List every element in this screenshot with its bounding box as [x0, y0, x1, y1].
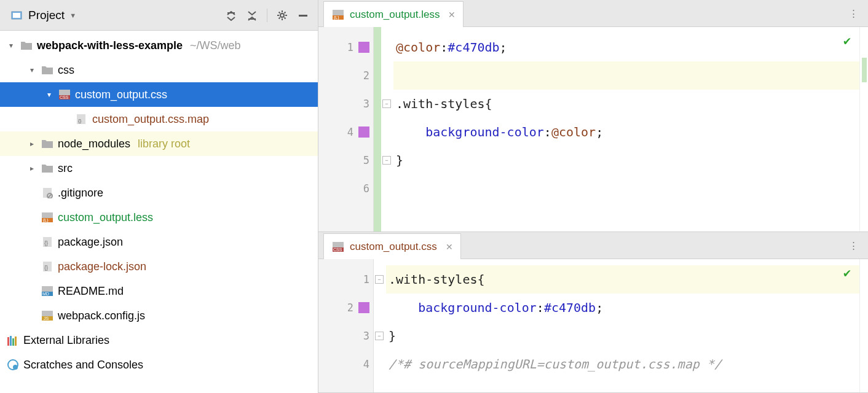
- fold-close-icon[interactable]: −: [382, 156, 391, 165]
- gutter-row: 2: [318, 294, 373, 322]
- tree-item-package_json[interactable]: {}package.json: [0, 230, 318, 254]
- collapse-all-button[interactable]: [243, 7, 261, 24]
- gutter-row: 4: [318, 118, 373, 146]
- more-icon[interactable]: ⋮: [839, 8, 868, 19]
- gear-icon[interactable]: [274, 7, 291, 24]
- svg-rect-1: [13, 13, 20, 18]
- gutter: 123456: [318, 27, 374, 232]
- token-sel: .with-styles: [389, 272, 478, 287]
- svg-point-30: [13, 365, 18, 370]
- gutter: 1234: [318, 259, 374, 392]
- code-line[interactable]: }: [386, 322, 859, 350]
- code-line[interactable]: .with-styles {: [386, 265, 859, 294]
- code-line[interactable]: @color: #c470db;: [393, 33, 859, 61]
- editor-area: {L} custom_output.less ✕ ⋮ 123456 −− @co…: [318, 0, 868, 393]
- fold-close-icon[interactable]: −: [375, 332, 384, 340]
- gutter-row: 3: [318, 322, 373, 350]
- scratches-consoles[interactable]: Scratches and Consoles: [0, 352, 318, 377]
- tree-item-webpack_config[interactable]: JSwebpack.config.js: [0, 303, 318, 328]
- hide-button[interactable]: [294, 7, 312, 24]
- code-line[interactable]: }: [393, 146, 859, 174]
- svg-text:{L}: {L}: [43, 218, 49, 223]
- gitignore-icon: [41, 186, 54, 200]
- token-prop: background-color: [425, 125, 544, 139]
- code-line[interactable]: [393, 174, 859, 203]
- tree-item-label: webpack.config.js: [58, 309, 145, 322]
- svg-text:{}: {}: [44, 265, 48, 271]
- tree-item-package_lock[interactable]: {}package-lock.json: [0, 254, 318, 279]
- code-line[interactable]: .with-styles {: [393, 90, 859, 118]
- chevron-down-icon: ▾: [6, 41, 16, 50]
- tree-item-label: custom_output.css: [75, 88, 167, 101]
- token-sp: [396, 125, 425, 139]
- color-swatch-icon[interactable]: [358, 42, 369, 53]
- json-icon: {}: [41, 235, 54, 249]
- tree-root[interactable]: ▾ webpack-with-less-example ~/WS/web: [0, 33, 318, 58]
- tab-label: custom_output.css: [350, 241, 437, 253]
- color-swatch-icon[interactable]: [358, 126, 369, 138]
- chevron-down-icon: ▾: [44, 90, 54, 99]
- svg-rect-27: [12, 338, 14, 346]
- tree-item-label: node_modules: [58, 138, 130, 150]
- more-icon[interactable]: ⋮: [839, 240, 868, 251]
- project-tree[interactable]: ▾ webpack-with-less-example ~/WS/web ▾cs…: [0, 31, 318, 393]
- svg-rect-28: [15, 337, 17, 346]
- line-number: 4: [347, 126, 353, 138]
- code-line[interactable]: /*# sourceMappingURL=custom_output.css.m…: [386, 350, 859, 378]
- code-area-top[interactable]: 123456 −− @color: #c470db;.with-styles {…: [318, 27, 868, 232]
- tree-item-readme[interactable]: MDREADME.md: [0, 279, 318, 303]
- color-swatch-icon[interactable]: [358, 302, 369, 313]
- tree-item-label: .gitignore: [58, 187, 103, 200]
- folder-icon: [41, 137, 54, 150]
- code-line[interactable]: background-color: @color;: [393, 118, 859, 146]
- token-prop: background-color: [418, 300, 537, 315]
- code-lines[interactable]: @color: #c470db;.with-styles { backgroun…: [393, 27, 859, 232]
- expand-all-button[interactable]: [223, 7, 240, 24]
- fold-column: −−: [381, 27, 393, 232]
- tree-item-node_modules[interactable]: ▸node_moduleslibrary root: [0, 131, 318, 156]
- close-icon[interactable]: ✕: [448, 10, 456, 20]
- tree-item-label: package.json: [58, 236, 123, 249]
- tab-custom-output-css[interactable]: CSS custom_output.css ✕: [323, 233, 461, 259]
- map-icon: {}: [75, 112, 89, 126]
- sidebar-header: Project ▼: [0, 0, 318, 31]
- css-icon: CSS: [58, 88, 71, 101]
- tree-item-label: custom_output.css.map: [92, 113, 209, 126]
- tree-item-custom_output_css[interactable]: ▾CSScustom_output.css: [0, 82, 318, 107]
- token-punc: {: [485, 96, 492, 111]
- gutter-row: 3: [318, 90, 373, 118]
- folder-icon: [41, 63, 54, 77]
- tree-item-src[interactable]: ▸src: [0, 156, 318, 181]
- svg-text:CSS: CSS: [60, 95, 69, 99]
- tree-item-gitignore[interactable]: .gitignore: [0, 181, 318, 205]
- external-libraries[interactable]: External Libraries: [0, 328, 318, 352]
- code-lines[interactable]: .with-styles { background-color: #c470db…: [386, 259, 859, 392]
- divider: [267, 9, 267, 22]
- tab-bar-top: {L} custom_output.less ✕ ⋮: [318, 0, 868, 27]
- project-sidebar: Project ▼ ▾ webpack-with-less-example ~/…: [0, 0, 318, 393]
- json-icon: {}: [41, 260, 54, 273]
- scratches-label: Scratches and Consoles: [23, 359, 143, 372]
- root-path: ~/WS/web: [190, 39, 241, 52]
- line-number: 3: [363, 330, 369, 342]
- token-punc: }: [396, 153, 403, 168]
- tree-item-custom_output_less[interactable]: {L}custom_output.less: [0, 205, 318, 230]
- token-var: @color: [551, 125, 596, 139]
- svg-text:MD: MD: [42, 292, 49, 296]
- project-tool-button[interactable]: Project ▼: [6, 7, 80, 23]
- tree-item-custom_output_css_map[interactable]: {}custom_output.css.map: [0, 107, 318, 131]
- chevron-right-icon: ▸: [27, 164, 37, 173]
- gutter-row: 1: [318, 33, 373, 61]
- code-area-bottom[interactable]: 1234 −− .with-styles { background-color:…: [318, 259, 868, 392]
- code-line[interactable]: background-color: #c470db;: [386, 294, 859, 322]
- tree-item-label: src: [58, 162, 73, 175]
- close-icon[interactable]: ✕: [446, 242, 453, 252]
- tree-item-css[interactable]: ▾css: [0, 58, 318, 82]
- code-line[interactable]: [393, 61, 859, 90]
- minimap[interactable]: [859, 27, 868, 232]
- chevron-down-icon: ▾: [27, 66, 37, 74]
- fold-open-icon[interactable]: −: [382, 99, 391, 108]
- tab-custom-output-less[interactable]: {L} custom_output.less ✕: [323, 1, 464, 27]
- minimap[interactable]: [859, 259, 868, 392]
- fold-open-icon[interactable]: −: [375, 275, 384, 284]
